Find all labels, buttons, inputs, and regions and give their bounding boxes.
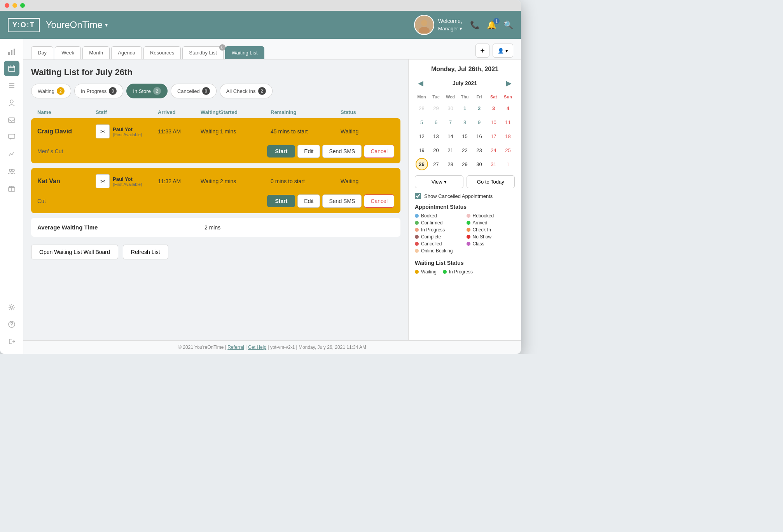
sms-button-2[interactable]: Send SMS (322, 194, 362, 208)
cal-day[interactable]: 13 (430, 130, 442, 142)
row-main: Craig David ✂ Paul Yot (First Available) (31, 118, 400, 145)
complete-dot (415, 235, 419, 239)
edit-button-2[interactable]: Edit (297, 194, 320, 208)
footer-referral-link[interactable]: Referral (227, 345, 244, 350)
booked-label: Booked (421, 213, 437, 219)
cal-day[interactable]: 12 (416, 130, 428, 142)
cal-day[interactable]: 16 (473, 130, 486, 142)
filter-all-check-ins[interactable]: All Check Ins 2 (220, 84, 273, 98)
tab-month[interactable]: Month (82, 46, 110, 59)
sidebar-item-list[interactable] (4, 78, 19, 93)
cal-day[interactable]: 29 (430, 102, 442, 114)
cal-day[interactable]: 17 (488, 130, 500, 142)
person-icon: 👤 (498, 48, 504, 54)
cal-day[interactable]: 9 (473, 116, 486, 128)
cal-day[interactable]: 30 (473, 158, 486, 170)
cal-day[interactable]: 25 (502, 144, 514, 156)
cal-day[interactable]: 3 (488, 102, 500, 114)
cal-day[interactable]: 19 (416, 144, 428, 156)
cal-day[interactable]: 15 (459, 130, 471, 142)
cal-day[interactable]: 5 (416, 116, 428, 128)
filter-cancelled[interactable]: Cancelled 0 (171, 84, 217, 98)
phone-icon[interactable]: 📞 (470, 20, 480, 30)
sidebar-item-reports[interactable] (4, 146, 19, 162)
notification-icon[interactable]: 🔔 1 (487, 20, 496, 30)
sidebar-item-gift[interactable] (4, 180, 19, 196)
waiting-status-title: Waiting List Status (415, 260, 515, 266)
cal-day[interactable]: 1 (459, 102, 471, 114)
cal-day[interactable]: 27 (430, 158, 442, 170)
tab-standby[interactable]: Standby List 0 (182, 46, 224, 59)
filter-waiting[interactable]: Waiting 2 (31, 84, 71, 98)
filter-in-progress[interactable]: In Progress 0 (74, 84, 123, 98)
cal-day[interactable]: 11 (502, 116, 514, 128)
open-wall-board-button[interactable]: Open Waiting List Wall Board (31, 245, 118, 259)
start-button-2[interactable]: Start (267, 195, 295, 207)
filter-in-progress-label: In Progress (81, 88, 107, 94)
cal-day[interactable]: 21 (444, 144, 457, 156)
cal-day[interactable]: 22 (459, 144, 471, 156)
maximize-dot[interactable] (20, 3, 25, 8)
tab-waiting[interactable]: Waiting List (225, 46, 264, 59)
cal-day[interactable]: 14 (444, 130, 457, 142)
refresh-list-button[interactable]: Refresh List (123, 245, 168, 259)
cal-prev-button[interactable]: ◀ (415, 77, 426, 89)
sidebar-item-sms[interactable] (4, 129, 19, 145)
person-button[interactable]: 👤 ▾ (493, 44, 513, 58)
cal-day[interactable]: 28 (416, 102, 428, 114)
search-icon[interactable]: 🔍 (503, 20, 513, 30)
tab-day[interactable]: Day (31, 46, 53, 59)
cal-day[interactable]: 4 (502, 102, 514, 114)
edit-button-1[interactable]: Edit (297, 145, 320, 158)
view-button[interactable]: View ▾ (415, 175, 463, 188)
logo: Y:O:T (8, 18, 40, 32)
cancel-button-1[interactable]: Cancel (364, 145, 394, 158)
start-button-1[interactable]: Start (267, 145, 295, 158)
tab-resources[interactable]: Resources (143, 46, 181, 59)
sidebar-item-team[interactable] (4, 163, 19, 179)
cancel-button-2[interactable]: Cancel (364, 194, 394, 208)
person-dropdown-icon: ▾ (505, 48, 508, 54)
show-cancelled-checkbox[interactable] (415, 193, 421, 199)
footer-get-help-link[interactable]: Get Help (248, 345, 266, 350)
svg-point-1 (419, 27, 430, 33)
minimize-dot[interactable] (12, 3, 17, 8)
cal-day[interactable]: 10 (488, 116, 500, 128)
add-button[interactable]: + (475, 44, 489, 58)
sidebar-item-logout[interactable] (4, 334, 19, 349)
sidebar-item-settings[interactable] (4, 299, 19, 315)
cal-next-button[interactable]: ▶ (503, 77, 515, 89)
cal-day[interactable]: 18 (502, 130, 514, 142)
go-to-today-button[interactable]: Go to Today (467, 175, 515, 188)
sidebar-item-help[interactable] (4, 317, 19, 332)
cal-day[interactable]: 20 (430, 144, 442, 156)
status-item-rebooked: Rebooked (467, 213, 515, 219)
cal-day[interactable]: 7 (444, 116, 457, 128)
sidebar-item-inbox[interactable] (4, 112, 19, 128)
close-dot[interactable] (5, 3, 9, 8)
cal-day[interactable]: 30 (444, 102, 457, 114)
cal-day[interactable]: 6 (430, 116, 442, 128)
cal-day[interactable]: 23 (473, 144, 486, 156)
svg-point-0 (421, 20, 427, 26)
check-in-dot (467, 228, 470, 232)
app-name-dropdown-icon[interactable]: ▾ (105, 22, 108, 28)
sidebar-item-calendar[interactable] (4, 61, 19, 76)
manager-dropdown-icon[interactable]: ▾ (460, 25, 462, 32)
sidebar-item-chart[interactable] (4, 44, 19, 59)
cal-day[interactable]: 8 (459, 116, 471, 128)
cal-day[interactable]: 1 (502, 158, 514, 170)
tab-agenda[interactable]: Agenda (111, 46, 142, 59)
sidebar-item-person[interactable] (4, 95, 19, 110)
cal-day[interactable]: 24 (488, 144, 500, 156)
cal-day-today[interactable]: 26 (416, 158, 428, 170)
filter-all-check-ins-badge: 2 (258, 87, 266, 95)
filter-in-store[interactable]: In Store 2 (126, 84, 168, 98)
tab-week[interactable]: Week (55, 46, 81, 59)
cal-day[interactable]: 2 (473, 102, 486, 114)
sms-button-1[interactable]: Send SMS (322, 145, 362, 158)
cal-day[interactable]: 29 (459, 158, 471, 170)
cal-day[interactable]: 28 (444, 158, 457, 170)
cal-day[interactable]: 31 (488, 158, 500, 170)
svg-rect-14 (9, 134, 15, 138)
